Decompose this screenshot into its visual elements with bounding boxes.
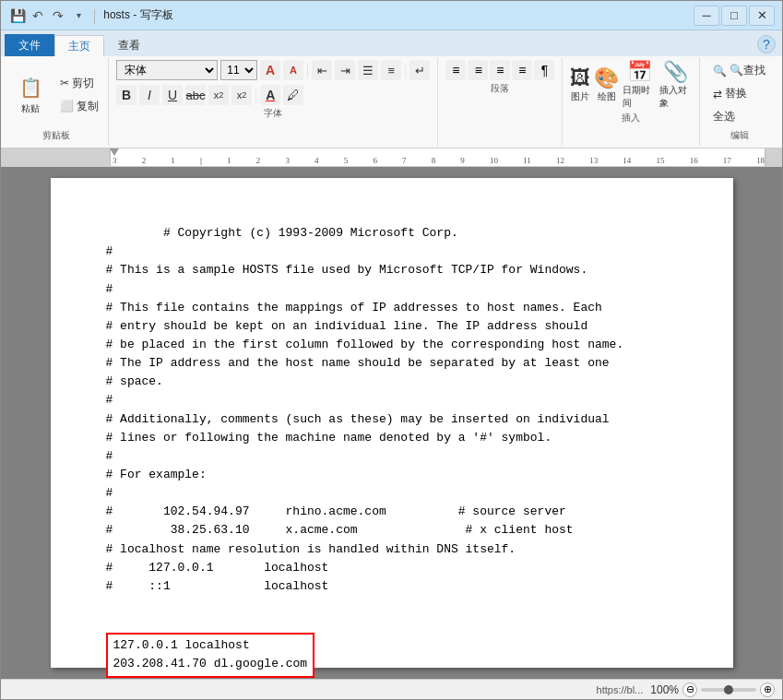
tab-view[interactable]: 查看	[104, 34, 154, 56]
help-btn[interactable]: ?	[757, 35, 776, 53]
insert-label: 插入	[570, 112, 692, 126]
ruler: 3 2 1 | 1 2 3 4 5 6 7 8 9 10 11 12 13	[1, 148, 782, 167]
quick-save-btn[interactable]: 💾	[8, 6, 27, 25]
find-btn[interactable]: 🔍 🔍查找	[707, 60, 771, 81]
tab-file[interactable]: 文件	[5, 34, 54, 56]
quick-access-toolbar: 💾 ↶ ↷ ▾ |	[8, 6, 100, 25]
host-line-1: 127.0.0.1 localhost	[113, 636, 308, 655]
object-icon: 📎	[663, 60, 688, 84]
cut-btn[interactable]: ✂ 剪切	[54, 73, 104, 94]
edit-section: 🔍 🔍查找 ⇄ 替换 全选 编辑	[700, 58, 778, 146]
insert-object-btn[interactable]: 📎 插入对象	[659, 60, 692, 110]
search-icon: 🔍	[713, 65, 727, 77]
hosts-content: # Copyright (c) 1993-2009 Microsoft Corp…	[106, 206, 678, 633]
rtl-para-btn[interactable]: ¶	[534, 60, 554, 80]
para-col: ≡ ≡ ≡ ≡ ¶	[445, 60, 554, 80]
zoom-controls: 100% ⊖ ⊕	[650, 682, 775, 697]
scissors-icon: ✂	[60, 77, 69, 89]
align-justify-btn[interactable]: ≡	[512, 60, 532, 80]
window-controls: ─ □ ✕	[694, 6, 775, 26]
window-title: hosts - 写字板	[103, 7, 172, 23]
para-row1: ≡ ≡ ≡ ≡ ¶	[445, 60, 554, 80]
indent-inc-btn[interactable]: ⇤	[312, 60, 332, 80]
subscript-btn[interactable]: x2	[208, 85, 229, 105]
copy-icon: ⬜	[60, 100, 74, 113]
paste-btn[interactable]: 📋 粘贴	[8, 60, 53, 129]
document-area[interactable]: # Copyright (c) 1993-2009 Microsoft Corp…	[1, 167, 782, 679]
quick-undo-btn[interactable]: ↶	[29, 6, 47, 25]
host-line-2: 203.208.41.70 dl.google.com	[113, 655, 308, 673]
highlight-btn[interactable]: 🖊	[283, 85, 303, 105]
font-row2: B I U abc x2 x2 | A 🖊	[116, 85, 430, 105]
select-all-btn[interactable]: 全选	[707, 106, 771, 127]
insert-datetime-btn[interactable]: 📅 日期时间	[623, 60, 655, 110]
title-bar: 💾 ↶ ↷ ▾ | hosts - 写字板 ─ □ ✕	[1, 1, 782, 30]
copy-btn[interactable]: ⬜ 复制	[54, 96, 104, 117]
strikethrough-btn[interactable]: abc	[185, 85, 206, 105]
underline-btn[interactable]: U	[162, 85, 183, 105]
zoom-percent: 100%	[650, 683, 679, 696]
line-copyright: # Copyright (c) 1993-2009 Microsoft Corp…	[106, 226, 624, 593]
picture-icon: 🖼	[570, 66, 590, 90]
replace-icon: ⇄	[713, 88, 722, 101]
font-row1: 宋体 11 A A | ⇤ ⇥ ☰ ≡ | ↵	[116, 60, 430, 80]
highlighted-hosts: 127.0.0.1 localhost 203.208.41.70 dl.goo…	[106, 633, 678, 677]
align-right-btn[interactable]: ≡	[490, 60, 510, 80]
clipboard-section: 📋 粘贴 ✂ 剪切 ⬜ 复制 剪贴板	[5, 58, 109, 146]
minimize-btn[interactable]: ─	[694, 6, 719, 26]
status-bar: https://bl... 100% ⊖ ⊕	[1, 679, 782, 699]
align-left-btn[interactable]: ≡	[445, 60, 466, 80]
replace-btn[interactable]: ⇄ 替换	[707, 83, 771, 104]
superscript-btn[interactable]: x2	[231, 85, 252, 105]
paste-icon: 📋	[18, 75, 43, 101]
paragraph-section: ≡ ≡ ≡ ≡ ¶ 段落	[438, 58, 563, 146]
indent-dec-btn[interactable]: ⇥	[335, 60, 355, 80]
maximize-btn[interactable]: □	[721, 6, 747, 26]
font-name-select[interactable]: 宋体	[116, 60, 218, 80]
font-shrink-btn[interactable]: A	[283, 60, 303, 80]
font-section: 宋体 11 A A | ⇤ ⇥ ☰ ≡ | ↵ B I	[109, 58, 438, 146]
quick-redo-btn[interactable]: ↷	[49, 6, 67, 25]
rtl-btn[interactable]: ↵	[409, 60, 430, 80]
list-btn[interactable]: ☰	[358, 60, 378, 80]
ribbon-tabs: 文件 主页 查看 ?	[1, 30, 782, 56]
paint-icon: 🎨	[594, 66, 619, 90]
font-grow-btn[interactable]: A	[260, 60, 280, 80]
insert-paint-btn[interactable]: 🎨 绘图	[594, 66, 619, 103]
font-color-btn[interactable]: A	[260, 85, 280, 105]
font-size-select[interactable]: 11	[220, 60, 257, 80]
calendar-icon: 📅	[627, 60, 652, 84]
italic-btn[interactable]: I	[139, 85, 160, 105]
clipboard-label: 剪贴板	[8, 129, 104, 144]
zoom-out-btn[interactable]: ⊖	[682, 682, 697, 697]
bold-btn[interactable]: B	[116, 85, 136, 105]
zoom-in-btn[interactable]: ⊕	[760, 682, 775, 697]
tab-home[interactable]: 主页	[54, 35, 104, 57]
insert-picture-btn[interactable]: 🖼 图片	[570, 66, 590, 103]
document-page: # Copyright (c) 1993-2009 Microsoft Corp…	[51, 178, 733, 668]
font-label: 字体	[116, 107, 430, 122]
quick-dropdown-btn[interactable]: ▾	[69, 6, 88, 25]
status-url: https://bl...	[597, 684, 644, 695]
close-btn[interactable]: ✕	[749, 6, 775, 26]
edit-label: 编辑	[707, 129, 771, 144]
align-center-btn[interactable]: ≡	[468, 60, 488, 80]
paragraph-label: 段落	[445, 82, 554, 97]
insert-section: 🖼 图片 🎨 绘图 📅 日期时间 📎 插入对象 插入	[563, 58, 700, 146]
zoom-slider[interactable]	[701, 688, 756, 692]
list2-btn[interactable]: ≡	[381, 60, 401, 80]
